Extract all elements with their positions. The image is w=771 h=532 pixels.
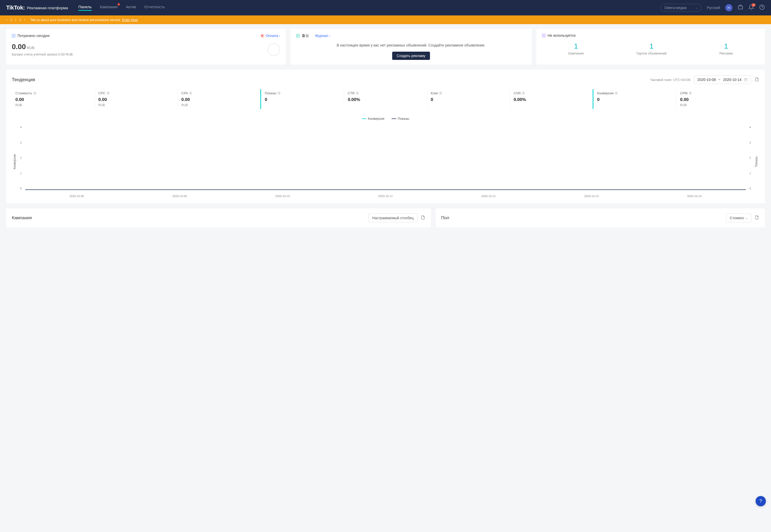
metric-CPM[interactable]: CPM?0.00RUB — [676, 89, 759, 109]
export-icon[interactable] — [755, 77, 759, 82]
y-axis-left-label: Конверсия — [12, 126, 17, 198]
account-selector[interactable]: Омега-медиа ⌵ — [660, 4, 702, 12]
metric-CPA[interactable]: CPA?0.00RUB — [178, 89, 261, 109]
banner-message: Tell us about your business and receive … — [30, 18, 138, 22]
tendency-chart: 43210 43210 2020-10-082020-10-092020-10-… — [17, 126, 754, 198]
square-icon — [296, 34, 300, 38]
nav-campaign[interactable]: Кампания — [100, 5, 118, 11]
chart-plot — [25, 127, 746, 190]
page-current: 1 — [10, 18, 12, 22]
metric-Стоимость[interactable]: Стоимость?0.00RUB — [12, 89, 95, 109]
nav-asset[interactable]: Актив — [126, 5, 136, 11]
help-icon[interactable] — [759, 4, 765, 11]
stat-item: 1Группа объявлений — [636, 42, 666, 55]
chevron-down-icon: ⌵ — [746, 216, 748, 220]
metric-Показы[interactable]: Показы?0 — [260, 89, 344, 109]
logo-subtitle: Рекламная платформа — [27, 6, 68, 10]
notice-banner: ‹ 1 / 1 › Tell us about your business an… — [0, 15, 771, 24]
cost-selector[interactable]: Стоимос⌵ — [726, 214, 751, 222]
info-icon: ? — [277, 91, 281, 95]
language-selector[interactable]: Русский — [707, 6, 720, 10]
create-ad-button[interactable]: Создать рекламу — [392, 52, 430, 60]
metric-Конверсия[interactable]: Конверсия?0 — [593, 89, 676, 109]
metric-CPC[interactable]: CPC?0.00RUB — [95, 89, 178, 109]
calendar-icon — [744, 78, 748, 81]
bell-icon[interactable]: 3 — [748, 4, 754, 11]
chevron-down-icon: ⌵ — [696, 6, 698, 10]
warning-icon: ✖ — [260, 33, 265, 38]
timezone-label: Часовой пояс: UTC+03:00 — [650, 78, 691, 82]
square-icon — [12, 34, 15, 38]
logo: TikTok: — [6, 4, 25, 11]
tendency-card: Тенденция Часовой пояс: UTC+03:00 2020-1… — [6, 70, 765, 203]
campaign-title: Кампания — [12, 215, 32, 221]
progress-ring-icon — [267, 43, 280, 56]
next-icon[interactable]: › — [24, 18, 25, 22]
gender-card: Пол Стоимос⌵ — [436, 208, 765, 227]
info-icon: ? — [439, 91, 442, 95]
y-axis-right-label: Показы — [754, 126, 759, 198]
gender-title: Пол — [441, 215, 449, 221]
chart-legend: Конверсия Показы — [12, 117, 759, 121]
custom-column-button[interactable]: Настраиваемый столбец — [368, 214, 418, 222]
payment-link[interactable]: ✖Оплата› — [260, 33, 280, 38]
info-icon: ? — [33, 91, 36, 95]
badge-icon — [117, 3, 120, 6]
export-icon[interactable] — [755, 215, 759, 221]
tendency-title: Тенденция — [12, 77, 35, 82]
svg-rect-0 — [738, 6, 743, 9]
square-icon — [542, 34, 546, 37]
metric-CVR[interactable]: CVR?0.00% — [510, 89, 593, 109]
info-icon: ? — [106, 91, 110, 95]
avatar[interactable]: m — [725, 4, 732, 11]
header-right: Омега-медиа ⌵ Русский m 3 — [660, 4, 765, 12]
svg-rect-2 — [745, 79, 747, 81]
export-icon[interactable] — [421, 215, 425, 221]
legend-line-icon — [362, 118, 366, 119]
campaign-card: Кампания Настраиваемый столбец — [6, 208, 431, 227]
balance-text: Баланс счета учетной записи 0.00 RUB — [12, 52, 73, 56]
page-total: 1 — [19, 18, 21, 22]
info-icon: ? — [689, 91, 692, 95]
briefcase-icon[interactable] — [738, 4, 743, 11]
chevron-right-icon: › — [329, 34, 330, 38]
card-spend: Потрачено сегодня ✖Оплата› 0.00RUB Балан… — [6, 29, 286, 65]
info-icon: ? — [189, 91, 192, 95]
date-range-picker[interactable]: 2020-10-08 ~ 2020-10-14 — [694, 75, 751, 84]
chevron-right-icon: › — [279, 34, 280, 38]
legend-line-icon — [392, 118, 396, 119]
card-active: 활성 Журнал › В настоящее время у вас нет … — [290, 29, 532, 65]
info-icon: ? — [522, 91, 525, 95]
notif-badge: 3 — [751, 3, 756, 7]
nav-panel[interactable]: Панель — [78, 5, 92, 11]
card-unused: Не используется 1Кампания1Группа объявле… — [536, 29, 765, 65]
banner-link[interactable]: Enter Now — [122, 18, 138, 22]
stat-item: 1Кампания — [568, 42, 584, 55]
main-nav: Панель Кампания Актив Отчетность — [78, 5, 165, 11]
spend-amount: 0.00 — [12, 43, 26, 51]
journal-link[interactable]: Журнал › — [315, 34, 330, 38]
nav-report[interactable]: Отчетность — [144, 5, 165, 11]
info-icon: ? — [356, 91, 359, 95]
prev-icon[interactable]: ‹ — [6, 18, 7, 22]
metric-Клик[interactable]: Клик?0 — [427, 89, 510, 109]
top-header: TikTok: Рекламная платформа Панель Кампа… — [0, 0, 771, 15]
metric-CTR[interactable]: CTR?0.00% — [344, 89, 427, 109]
stat-item: 1Реклама — [719, 42, 733, 55]
info-icon: ? — [614, 91, 618, 95]
no-ads-message: В настоящее время у вас нет рекламных об… — [296, 43, 526, 48]
